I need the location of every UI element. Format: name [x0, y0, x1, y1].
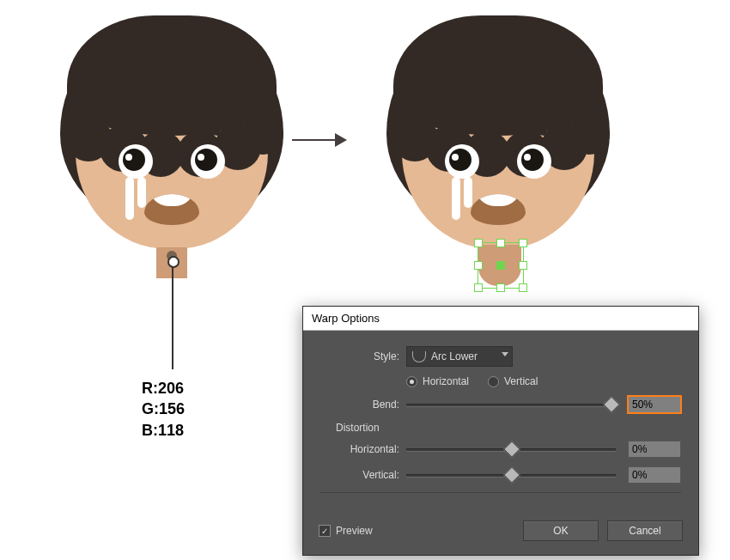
style-label: Style: [320, 350, 406, 362]
arrow-icon [292, 133, 347, 147]
resize-handle[interactable] [474, 239, 483, 247]
style-value: Arc Lower [431, 350, 478, 362]
radio-dot-icon [406, 376, 417, 387]
slider-thumb[interactable] [503, 441, 520, 458]
resize-handle[interactable] [474, 283, 483, 292]
separator [320, 492, 681, 493]
dist-h-slider[interactable] [406, 443, 616, 455]
resize-handle[interactable] [496, 283, 505, 292]
canvas: R:206 G:156 B:118 [0, 0, 730, 560]
dialog-title[interactable]: Warp Options [303, 307, 698, 331]
mouth [471, 194, 526, 225]
check-icon: ✓ [319, 525, 331, 537]
resize-handle[interactable] [496, 239, 505, 247]
radio-label: Horizontal [423, 375, 469, 387]
resize-handle[interactable] [519, 283, 527, 292]
rgb-b: B:118 [142, 420, 185, 441]
preview-checkbox[interactable]: ✓ Preview [319, 525, 373, 537]
bend-value-input[interactable]: 50% [628, 396, 681, 413]
slider-thumb[interactable] [603, 396, 620, 413]
character-face-after [378, 9, 618, 266]
arc-lower-icon [412, 351, 426, 362]
dist-h-label: Horizontal: [320, 443, 406, 455]
eye-left [445, 144, 479, 179]
distortion-group-label: Distortion [336, 422, 681, 434]
character-face-before [52, 9, 292, 266]
annotation-line [172, 266, 173, 369]
head [52, 9, 292, 266]
tear [125, 177, 134, 220]
warp-options-dialog: Warp Options Style: Arc Lower Horizontal [302, 306, 699, 556]
eye-left [119, 144, 153, 179]
dialog-body: Style: Arc Lower Horizontal Vertic [303, 331, 698, 514]
bend-slider[interactable] [406, 399, 616, 411]
slider-thumb[interactable] [503, 466, 520, 484]
rgb-readout: R:206 G:156 B:118 [142, 378, 185, 441]
dist-v-value-input[interactable]: 0% [628, 466, 681, 484]
dist-v-label: Vertical: [320, 469, 406, 481]
mouth [144, 194, 199, 225]
rgb-r: R:206 [142, 378, 185, 399]
cancel-button[interactable]: Cancel [607, 520, 683, 541]
ok-button[interactable]: OK [523, 520, 599, 541]
chevron-down-icon [502, 352, 508, 356]
tear [464, 177, 472, 208]
tear [137, 177, 146, 208]
bend-label: Bend: [320, 399, 406, 411]
head [378, 9, 618, 266]
radio-label: Vertical [504, 375, 538, 387]
eye-right [191, 144, 225, 179]
orientation-horizontal-radio[interactable]: Horizontal [406, 375, 469, 387]
selection-bbox[interactable] [478, 242, 524, 289]
eye-right [517, 144, 551, 179]
center-handle[interactable] [496, 261, 505, 270]
resize-handle[interactable] [474, 261, 483, 270]
tear [452, 177, 460, 220]
resize-handle[interactable] [519, 239, 527, 247]
orientation-vertical-radio[interactable]: Vertical [488, 375, 538, 387]
style-select[interactable]: Arc Lower [406, 346, 513, 367]
dist-h-value-input[interactable]: 0% [628, 441, 681, 458]
hair-front [393, 15, 603, 136]
hair-front [67, 15, 277, 136]
annotation-point [167, 256, 179, 268]
radio-dot-icon [488, 376, 499, 387]
preview-label: Preview [336, 525, 373, 537]
resize-handle[interactable] [519, 261, 527, 270]
dist-v-slider[interactable] [406, 469, 616, 481]
rgb-g: G:156 [142, 399, 185, 419]
